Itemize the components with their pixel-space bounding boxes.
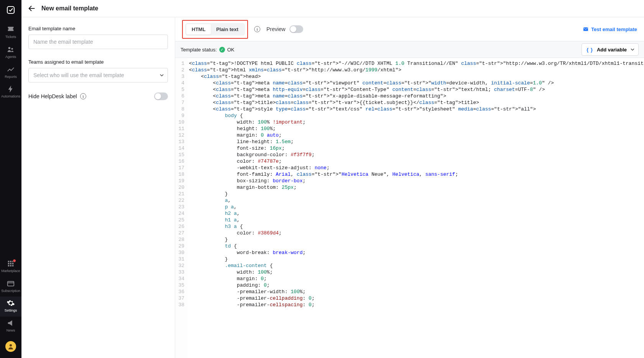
sidebar-item-marketplace[interactable]: Marketplace <box>0 257 21 277</box>
mail-icon <box>583 26 589 32</box>
chevron-down-icon <box>631 48 634 51</box>
code-content: <class="t-tag">!DOCTYPE html PUBLIC clas… <box>187 58 644 358</box>
hide-label-toggle[interactable] <box>154 92 168 100</box>
add-variable-button[interactable]: { } Add variable <box>582 43 639 56</box>
back-button[interactable] <box>28 4 36 13</box>
app-sidebar: Tickets Agents Reports Automations Marke… <box>0 0 21 358</box>
sidebar-item-label: Agents <box>5 55 16 59</box>
sidebar-item-automations[interactable]: Automations <box>0 82 21 102</box>
preview-label: Preview <box>266 26 286 32</box>
preview-toggle[interactable] <box>289 25 303 33</box>
editor-toolbar: HTML Plain text i Preview Test email tem… <box>175 17 644 41</box>
svg-rect-0 <box>7 7 14 13</box>
status-ok-icon: ✓ <box>219 47 225 53</box>
tab-html[interactable]: HTML <box>186 24 211 35</box>
svg-rect-10 <box>10 265 12 266</box>
teams-label: Teams assigned to email template <box>28 59 168 65</box>
main-area: New email template Email template name T… <box>21 0 644 358</box>
editor-pane: HTML Plain text i Preview Test email tem… <box>175 17 644 358</box>
sidebar-item-label: Tickets <box>5 35 16 39</box>
sidebar-item-agents[interactable]: Agents <box>0 43 21 63</box>
svg-rect-7 <box>10 263 12 264</box>
highlight-box: HTML Plain text <box>182 20 248 39</box>
page-header: New email template <box>21 0 644 17</box>
code-editor[interactable]: 1234567891011121314151617181920212223242… <box>175 58 644 358</box>
svg-rect-3 <box>8 261 10 262</box>
sidebar-item-label: Marketplace <box>1 269 20 273</box>
sidebar-item-label: News <box>7 328 15 333</box>
svg-point-13 <box>10 344 12 346</box>
app-logo <box>6 5 15 15</box>
braces-icon: { } <box>586 47 593 53</box>
chevron-down-icon <box>160 73 164 77</box>
sidebar-item-tickets[interactable]: Tickets <box>0 23 21 43</box>
test-email-link[interactable]: Test email template <box>583 26 637 32</box>
svg-point-2 <box>11 48 13 50</box>
avatar-icon <box>7 343 14 350</box>
template-name-label: Email template name <box>28 26 168 31</box>
sidebar-item-news[interactable]: News <box>0 317 21 337</box>
svg-rect-6 <box>8 263 10 264</box>
svg-rect-4 <box>10 261 12 262</box>
hide-label: Hide HelpDesk label <box>28 93 77 99</box>
status-value: OK <box>227 47 235 53</box>
notification-dot <box>13 259 16 262</box>
arrow-left-icon <box>28 4 36 13</box>
sidebar-item-subscription[interactable]: Subscription <box>0 277 21 297</box>
code-gutter: 1234567891011121314151617181920212223242… <box>175 58 187 358</box>
sidebar-item-label: Settings <box>5 309 17 313</box>
status-bar: Template status: ✓ OK { } Add variable <box>175 41 644 58</box>
svg-rect-8 <box>12 263 14 264</box>
format-segmented-control: HTML Plain text <box>185 23 245 36</box>
svg-rect-12 <box>8 281 14 286</box>
avatar[interactable] <box>5 341 16 352</box>
info-icon[interactable]: i <box>80 93 86 99</box>
svg-point-1 <box>8 47 10 49</box>
teams-select[interactable]: Select who will use the email template <box>28 68 168 82</box>
form-pane: Email template name Teams assigned to em… <box>21 17 175 358</box>
sidebar-item-settings[interactable]: Settings <box>0 297 21 317</box>
sidebar-item-label: Subscription <box>1 289 20 293</box>
svg-rect-11 <box>12 265 14 266</box>
svg-rect-9 <box>8 265 10 266</box>
page-title: New email template <box>41 5 99 12</box>
sidebar-item-label: Automations <box>1 94 20 99</box>
teams-placeholder: Select who will use the email template <box>33 72 124 78</box>
tab-plain-text[interactable]: Plain text <box>211 24 244 35</box>
sidebar-item-reports[interactable]: Reports <box>0 63 21 83</box>
status-label: Template status: <box>181 47 217 53</box>
info-icon[interactable]: i <box>254 26 260 32</box>
template-name-input[interactable] <box>28 35 168 49</box>
sidebar-item-label: Reports <box>5 75 17 79</box>
